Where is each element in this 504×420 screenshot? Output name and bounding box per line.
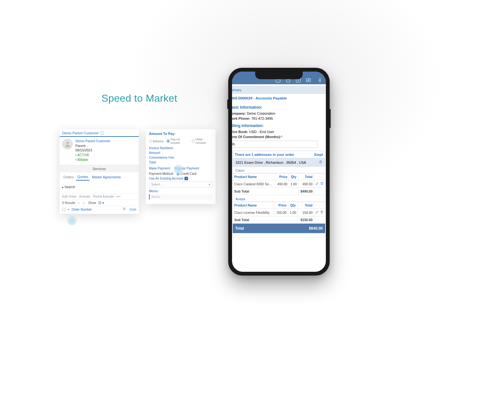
make-payment-tab[interactable]: Make Payment (149, 167, 170, 170)
customer-panel: Demo Parent Customer i Demo Parent Custo… (60, 129, 139, 214)
work-phone-value: 781-472-3495 (251, 117, 273, 120)
col-qty[interactable]: Qty (289, 174, 299, 180)
payment-method-label: Payment Method: (149, 172, 174, 175)
summary-section-bar[interactable]: ummary (232, 86, 326, 94)
show-label: Show (88, 201, 96, 205)
amount-to-pay-label: Amount To Pay: (149, 132, 212, 136)
search-expander[interactable]: Search (62, 184, 136, 190)
address-text: 3321 Essex Drive , Richardson , 95054 , … (236, 161, 306, 164)
tab-quotes[interactable]: Quotes (76, 175, 89, 181)
prev-page-icon[interactable]: < (77, 201, 80, 205)
total-value: $640.00 (309, 226, 323, 231)
tab-orders[interactable]: Orders (62, 175, 75, 180)
column-order-number[interactable]: Order Number (72, 208, 92, 211)
item-name: Cisco License Flexibility (234, 211, 269, 214)
customer-name: Demo Parent Customer (75, 139, 110, 143)
col-qty[interactable]: Qty (288, 202, 298, 209)
edit-order-button[interactable]: Edit Order (62, 195, 77, 198)
account-link[interactable]: 2269-0000029 - Accounts Payable (232, 94, 326, 103)
address-count-bar: There are 1 addresses in your order Empt (233, 151, 325, 158)
order-total-row: Total $640.00 (233, 224, 325, 233)
amount-label: Amount: (149, 151, 212, 155)
item-price: 150.00 (274, 209, 288, 216)
avatar (62, 139, 73, 150)
services-tab[interactable]: Services (60, 165, 139, 172)
trash-icon[interactable] (320, 210, 324, 214)
empty-link[interactable]: Empt (314, 153, 323, 156)
company-label: Company: (232, 111, 246, 115)
svg-rect-4 (306, 79, 311, 82)
address-row[interactable]: 3321 Essex Drive , Richardson , 95054 , … (233, 158, 325, 167)
order-table: Product Name Price Qty Total Cisco Catal… (233, 173, 325, 195)
phone-notch (255, 72, 303, 79)
col-price[interactable]: Price (275, 174, 289, 180)
payment-method-value: Credit Card (180, 172, 197, 175)
more-icon[interactable]: ••• (116, 195, 121, 198)
radio-balance[interactable]: Balance (149, 137, 164, 144)
radio-pay-invoice[interactable]: Pay An Invoice (167, 137, 189, 144)
item-total: 150.00 (298, 209, 314, 216)
partial-activate-button[interactable]: Partial Activate (93, 195, 114, 198)
col-product-name[interactable]: Product Name (233, 202, 274, 209)
memo-input[interactable]: Memo (149, 194, 212, 200)
price-book-label: Price Book: (232, 130, 248, 134)
next-page-icon[interactable]: > (82, 201, 85, 205)
logout-icon[interactable] (316, 77, 321, 83)
use-existing-account-label: Use An Existing Account (149, 177, 183, 180)
line-item-row: Cisco License Flexibility 150.00 1.00 15… (233, 209, 325, 216)
radio-other-amount[interactable]: Other Amount (192, 137, 212, 144)
vendor-name: Cisco (233, 167, 325, 173)
select-all-checkbox[interactable] (62, 208, 65, 211)
trash-icon[interactable] (319, 160, 322, 164)
item-total: 490.00 (299, 180, 314, 188)
customer-parent: Parent: - (75, 143, 110, 148)
column-com[interactable]: Com (130, 208, 136, 211)
price-book-value: USD - End User (249, 130, 274, 134)
memo-label: Memo (149, 189, 212, 193)
item-qty: 1.00 (289, 180, 299, 188)
col-price[interactable]: Price (274, 202, 288, 209)
pencil-icon[interactable] (315, 210, 319, 214)
info-icon[interactable]: i (100, 131, 104, 135)
activate-button[interactable]: Activate (79, 195, 91, 198)
results-count: 0 Results (62, 201, 75, 205)
col-product-name[interactable]: Product Name (233, 174, 275, 180)
trash-icon[interactable] (320, 182, 324, 186)
term-commitment-input[interactable]: 36 (232, 141, 318, 148)
page-title: Speed to Market (101, 92, 177, 104)
chevron-down-icon: ▾ (209, 183, 210, 186)
transfer-icon[interactable] (306, 77, 311, 83)
convenience-fee-label: Convenience Fee: (149, 156, 212, 159)
term-commitment-label: Term Of Commitment (Months): (232, 135, 282, 139)
person-icon (64, 141, 71, 148)
customer-panel-title: Demo Parent Customer (62, 131, 99, 135)
customer-status: ACTIVE (75, 153, 110, 157)
order-table: Product Name Price Qty Total Cisco Licen… (233, 202, 325, 224)
filter-icon[interactable] (123, 207, 126, 211)
highlight-circle (174, 165, 183, 174)
col-total[interactable]: Total (298, 202, 314, 209)
line-item-row: Cisco Catalyst 8300 Series ... 490.00 1.… (233, 180, 325, 188)
item-price: 490.00 (275, 180, 289, 188)
svg-point-0 (66, 142, 68, 144)
address-count-text: There are 1 addresses in your order (235, 153, 294, 156)
subtotal-row: Sub Total $150.00 (233, 216, 325, 224)
pencil-icon[interactable] (315, 182, 319, 186)
billing-info-header: Billing Information: (232, 121, 326, 129)
page-size-select[interactable]: 25 ▾ (98, 201, 104, 205)
existing-account-select[interactable]: Select ... ▾ (149, 181, 212, 188)
tab-master-agreements[interactable]: Master Agreements (91, 175, 122, 180)
payment-panel: Amount To Pay: Balance Pay An Invoice Ot… (146, 129, 216, 204)
phone-frame: ummary 2269-0000029 - Accounts Payable B… (228, 68, 330, 276)
subtotal-row: Sub Total $490.00 (233, 188, 325, 195)
basic-info-header: Basic Information: (232, 103, 326, 111)
item-qty: 1.00 (288, 209, 298, 216)
invoice-numbers-label: Invoice Numbers: (149, 146, 212, 150)
plus-icon[interactable]: + (184, 177, 188, 180)
select-placeholder: Select ... (151, 183, 164, 186)
col-total[interactable]: Total (299, 174, 314, 180)
work-phone-label: Work Phone: (232, 117, 250, 120)
sort-icon[interactable]: ▾ (68, 208, 69, 211)
total-label: Total (235, 226, 244, 231)
total-label: Total: (149, 161, 212, 164)
